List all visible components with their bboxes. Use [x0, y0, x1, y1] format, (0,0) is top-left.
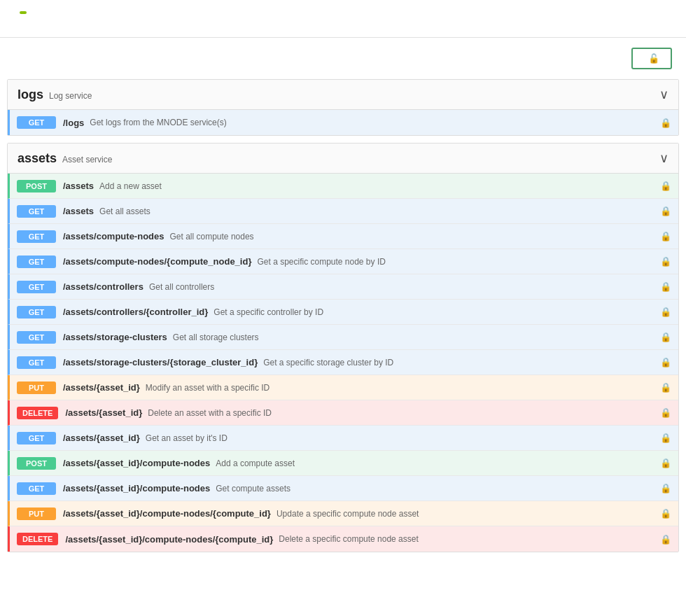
method-badge-delete: DELETE — [17, 533, 58, 545]
method-badge-get: GET — [17, 116, 56, 129]
endpoint-row[interactable]: GET/assets/storage-clustersGet all stora… — [8, 325, 678, 350]
endpoint-summary: Get all storage clusters — [173, 332, 660, 342]
endpoint-row[interactable]: POST/assets/{asset_id}/compute-nodesAdd … — [8, 451, 678, 476]
endpoint-lock-icon: 🔒 — [660, 534, 671, 545]
method-badge-post: POST — [17, 180, 56, 192]
section-desc-logs: Log service — [49, 91, 92, 101]
endpoint-path: /assets/storage-clusters — [63, 332, 167, 342]
endpoint-summary: Update a specific compute node asset — [276, 509, 660, 519]
section-desc-assets: Asset service — [62, 155, 112, 164]
endpoint-path: /assets/{asset_id}/compute-nodes/{comput… — [65, 534, 273, 545]
endpoint-row[interactable]: PUT/assets/{asset_id}Modify an asset wit… — [8, 375, 678, 400]
base-url — [14, 16, 672, 24]
endpoint-path: /assets — [63, 206, 94, 216]
endpoint-summary: Get compute assets — [216, 484, 660, 493]
endpoint-lock-icon: 🔒 — [660, 256, 671, 267]
section-title-logs: logs Log service — [18, 88, 92, 102]
endpoint-summary: Get logs from the MNODE service(s) — [90, 118, 660, 127]
endpoint-row[interactable]: GET/assets/{asset_id}Get an asset by it'… — [8, 426, 678, 451]
method-badge-get: GET — [17, 205, 56, 218]
section-name-assets: assets — [18, 151, 57, 166]
endpoint-path: /assets/{asset_id} — [63, 382, 140, 393]
section-header-logs[interactable]: logs Log service ∨ — [8, 80, 678, 110]
endpoint-lock-icon: 🔒 — [660, 181, 671, 191]
endpoint-path: /assets/{asset_id} — [63, 433, 140, 443]
authorize-button[interactable]: 🔓 — [631, 48, 672, 69]
endpoint-path: /assets/controllers/{controller_id} — [63, 307, 208, 317]
endpoint-path: /assets/{asset_id} — [65, 407, 142, 418]
method-badge-post: POST — [17, 457, 56, 470]
endpoint-lock-icon: 🔒 — [660, 281, 671, 292]
section-assets: assets Asset service ∨ POST/assetsAdd a … — [7, 143, 679, 552]
endpoint-row[interactable]: GET/assetsGet all assets🔒 — [8, 199, 678, 224]
endpoint-lock-icon: 🔒 — [660, 508, 671, 519]
endpoint-summary: Delete an asset with a specific ID — [148, 408, 660, 418]
sections-container: logs Log service ∨ GET/logsGet logs from… — [0, 79, 686, 552]
endpoint-lock-icon: 🔒 — [660, 357, 671, 368]
endpoint-summary: Delete a specific compute node asset — [279, 534, 660, 544]
method-badge-get: GET — [17, 230, 56, 243]
endpoint-path: /assets/controllers — [63, 281, 144, 292]
section-title-assets: assets Asset service — [18, 151, 112, 166]
endpoint-row[interactable]: GET/logsGet logs from the MNODE service(… — [8, 110, 678, 135]
endpoint-summary: Modify an asset with a specific ID — [146, 383, 660, 393]
endpoint-row[interactable]: DELETE/assets/{asset_id}Delete an asset … — [8, 400, 678, 426]
endpoint-row[interactable]: GET/assets/compute-nodes/{compute_node_i… — [8, 249, 678, 274]
endpoint-lock-icon: 🔒 — [660, 382, 671, 393]
endpoint-lock-icon: 🔒 — [660, 231, 671, 241]
endpoint-summary: Get all controllers — [149, 282, 660, 292]
endpoint-row[interactable]: GET/assets/controllers/{controller_id}Ge… — [8, 300, 678, 325]
endpoint-summary: Add a compute asset — [216, 458, 660, 468]
endpoint-row[interactable]: POST/assetsAdd a new asset🔒 — [8, 174, 678, 199]
endpoint-path: /assets/{asset_id}/compute-nodes — [63, 458, 210, 468]
endpoint-lock-icon: 🔒 — [660, 206, 671, 216]
method-badge-get: GET — [17, 255, 56, 268]
endpoint-summary: Add a new asset — [99, 181, 660, 191]
endpoint-lock-icon: 🔒 — [660, 307, 671, 317]
authorize-bar: 🔓 — [0, 38, 686, 79]
authorize-lock-icon: 🔓 — [648, 53, 659, 64]
endpoint-lock-icon: 🔒 — [660, 433, 671, 443]
method-badge-get: GET — [17, 331, 56, 344]
endpoint-summary: Get a specific compute node by ID — [257, 257, 660, 267]
endpoint-row[interactable]: GET/assets/compute-nodesGet all compute … — [8, 224, 678, 249]
method-badge-get: GET — [17, 432, 56, 444]
endpoint-lock-icon: 🔒 — [660, 458, 671, 468]
method-badge-put: PUT — [17, 382, 56, 394]
section-chevron-assets: ∨ — [659, 150, 668, 166]
endpoint-path: /assets — [63, 181, 94, 191]
endpoint-path: /assets/storage-clusters/{storage_cluste… — [63, 357, 258, 368]
method-badge-get: GET — [17, 482, 56, 495]
endpoint-summary: Get a specific controller by ID — [214, 307, 660, 317]
endpoint-lock-icon: 🔒 — [660, 332, 671, 342]
section-name-logs: logs — [18, 88, 43, 102]
section-header-assets[interactable]: assets Asset service ∨ — [8, 144, 678, 174]
endpoint-summary: Get all assets — [99, 206, 660, 216]
version-badge — [20, 11, 27, 14]
endpoint-path: /assets/{asset_id}/compute-nodes — [63, 483, 210, 493]
method-badge-get: GET — [17, 281, 56, 293]
endpoint-row[interactable]: GET/assets/controllersGet all controller… — [8, 274, 678, 300]
method-badge-delete: DELETE — [17, 407, 58, 419]
method-badge-get: GET — [17, 306, 56, 318]
endpoint-path: /assets/compute-nodes — [63, 231, 164, 241]
page-header — [0, 0, 686, 38]
endpoint-path: /assets/compute-nodes/{compute_node_id} — [63, 256, 251, 267]
endpoint-path: /logs — [63, 118, 84, 128]
endpoint-row[interactable]: PUT/assets/{asset_id}/compute-nodes/{com… — [8, 501, 678, 526]
endpoint-row[interactable]: GET/assets/{asset_id}/compute-nodesGet c… — [8, 476, 678, 501]
endpoint-row[interactable]: DELETE/assets/{asset_id}/compute-nodes/{… — [8, 526, 678, 552]
endpoint-summary: Get a specific storage cluster by ID — [263, 358, 660, 368]
endpoint-lock-icon: 🔒 — [660, 483, 671, 493]
method-badge-get: GET — [17, 356, 56, 369]
endpoint-lock-icon: 🔒 — [660, 407, 671, 418]
endpoint-lock-icon: 🔒 — [660, 118, 671, 128]
section-chevron-logs: ∨ — [659, 87, 668, 102]
endpoint-path: /assets/{asset_id}/compute-nodes/{comput… — [63, 508, 271, 519]
endpoint-row[interactable]: GET/assets/storage-clusters/{storage_clu… — [8, 350, 678, 375]
endpoint-summary: Get all compute nodes — [170, 232, 661, 241]
method-badge-put: PUT — [17, 507, 56, 520]
section-logs: logs Log service ∨ GET/logsGet logs from… — [7, 79, 679, 136]
endpoint-summary: Get an asset by it's ID — [146, 433, 660, 443]
